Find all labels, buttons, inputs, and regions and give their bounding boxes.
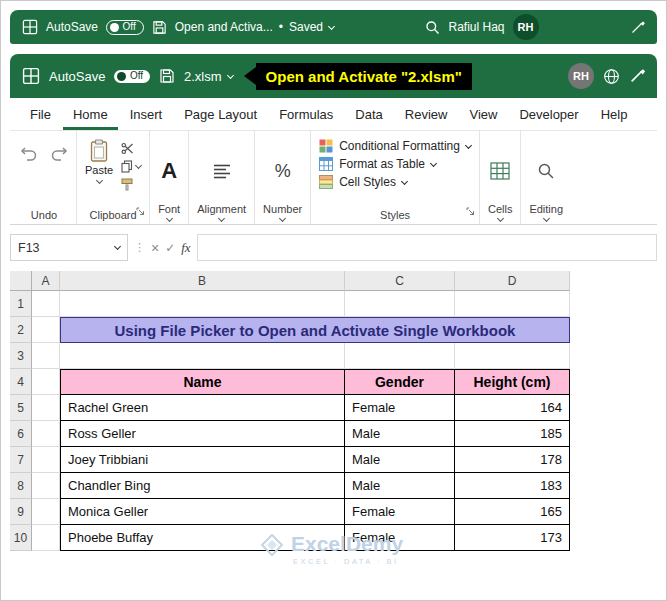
clipboard-dialog-launcher-icon[interactable] xyxy=(136,202,145,220)
menu-tab-help[interactable]: Help xyxy=(591,98,638,130)
menu-tab-developer[interactable]: Developer xyxy=(509,98,588,130)
autosave-toggle[interactable]: Off xyxy=(114,70,150,83)
cell[interactable] xyxy=(60,291,345,317)
row-header[interactable]: 1 xyxy=(10,291,32,317)
table-cell[interactable]: 185 xyxy=(455,421,570,447)
menu-tab-insert[interactable]: Insert xyxy=(120,98,173,130)
table-cell[interactable]: Ross Geller xyxy=(60,421,345,447)
font-group[interactable]: A Font xyxy=(150,131,189,224)
insert-function-button[interactable]: fx xyxy=(181,240,190,256)
table-header-name[interactable]: Name xyxy=(60,369,345,395)
drag-handle-icon[interactable]: ⋮ xyxy=(134,241,145,254)
cell[interactable] xyxy=(32,395,60,421)
document-title-chip[interactable]: Open and Activa... • Saved xyxy=(175,20,334,34)
cell[interactable] xyxy=(32,317,60,343)
row-header[interactable]: 5 xyxy=(10,395,32,421)
table-cell[interactable]: 178 xyxy=(455,447,570,473)
table-cell[interactable]: Male xyxy=(345,447,455,473)
menu-tab-file[interactable]: File xyxy=(20,98,61,130)
conditional-formatting-button[interactable]: Conditional Formatting xyxy=(319,139,471,153)
cell[interactable] xyxy=(32,447,60,473)
globe-icon[interactable] xyxy=(603,68,620,85)
cell[interactable] xyxy=(32,369,60,395)
table-cell[interactable]: Phoebe Buffay xyxy=(60,525,345,551)
table-cell[interactable]: Female xyxy=(345,499,455,525)
row-header[interactable]: 2 xyxy=(10,317,32,343)
row-header[interactable]: 6 xyxy=(10,421,32,447)
row-header[interactable]: 9 xyxy=(10,499,32,525)
number-group[interactable]: % Number xyxy=(255,131,311,224)
menu-tab-review[interactable]: Review xyxy=(395,98,458,130)
brush-icon[interactable] xyxy=(629,68,645,84)
pen-icon[interactable] xyxy=(630,20,645,35)
table-cell[interactable]: Female xyxy=(345,395,455,421)
table-cell[interactable]: Joey Tribbiani xyxy=(60,447,345,473)
table-cell[interactable]: 183 xyxy=(455,473,570,499)
save-icon[interactable] xyxy=(159,68,175,84)
cell[interactable] xyxy=(345,291,455,317)
table-cell[interactable]: 164 xyxy=(455,395,570,421)
autosave-toggle[interactable]: Off xyxy=(106,20,144,35)
row-header[interactable]: 4 xyxy=(10,369,32,395)
menu-tab-page-layout[interactable]: Page Layout xyxy=(174,98,267,130)
row-header[interactable]: 7 xyxy=(10,447,32,473)
copy-button[interactable] xyxy=(121,160,141,173)
editing-group[interactable]: Editing xyxy=(521,131,571,224)
column-header-a[interactable]: A xyxy=(32,271,60,291)
table-cell[interactable]: Rachel Green xyxy=(60,395,345,421)
column-header-b[interactable]: B xyxy=(60,271,345,291)
paste-button[interactable]: Paste xyxy=(85,139,113,183)
cells-group[interactable]: Cells xyxy=(480,131,521,224)
cancel-icon[interactable]: × xyxy=(151,240,159,256)
avatar[interactable]: RH xyxy=(568,63,594,89)
select-all-corner[interactable] xyxy=(10,271,32,291)
cell[interactable] xyxy=(60,343,345,369)
table-cell[interactable]: 173 xyxy=(455,525,570,551)
cell[interactable] xyxy=(455,291,570,317)
cell-styles-button[interactable]: Cell Styles xyxy=(319,175,407,189)
menu-tab-home[interactable]: Home xyxy=(63,98,118,130)
workbook-name-chip[interactable]: 2.xlsm xyxy=(184,69,233,84)
redo-button[interactable] xyxy=(50,147,68,161)
cell[interactable] xyxy=(32,499,60,525)
styles-dialog-launcher-icon[interactable] xyxy=(466,202,475,220)
cell[interactable] xyxy=(32,421,60,447)
confirm-icon[interactable]: ✓ xyxy=(165,241,175,255)
name-box[interactable]: F13 xyxy=(10,234,128,261)
row-header[interactable]: 8 xyxy=(10,473,32,499)
sheet-title-cell[interactable]: Using File Picker to Open and Activate S… xyxy=(60,317,570,343)
table-cell[interactable]: Chandler Bing xyxy=(60,473,345,499)
row-header[interactable]: 3 xyxy=(10,343,32,369)
alignment-group[interactable]: Alignment xyxy=(189,131,255,224)
save-icon[interactable] xyxy=(152,20,167,35)
format-painter-button[interactable] xyxy=(121,178,141,191)
cell[interactable] xyxy=(345,343,455,369)
table-header-gender[interactable]: Gender xyxy=(345,369,455,395)
cell[interactable] xyxy=(32,473,60,499)
column-header-d[interactable]: D xyxy=(455,271,570,291)
cell[interactable] xyxy=(32,525,60,551)
callout-text: Open and Activate "2.xlsm" xyxy=(256,63,472,90)
table-cell[interactable]: Male xyxy=(345,421,455,447)
cell[interactable] xyxy=(32,343,60,369)
undo-button[interactable] xyxy=(20,147,38,161)
menu-tab-formulas[interactable]: Formulas xyxy=(269,98,343,130)
percent-icon: % xyxy=(275,161,291,182)
row-header[interactable]: 10 xyxy=(10,525,32,551)
format-as-table-button[interactable]: Format as Table xyxy=(319,157,436,171)
formula-input[interactable] xyxy=(197,234,657,261)
table-cell[interactable]: Male xyxy=(345,473,455,499)
cut-button[interactable] xyxy=(121,142,141,155)
cell[interactable] xyxy=(32,291,60,317)
avatar[interactable]: RH xyxy=(513,14,539,40)
cell[interactable] xyxy=(455,343,570,369)
autosave-state: Off xyxy=(123,22,136,32)
search-icon[interactable] xyxy=(425,20,440,35)
column-header-c[interactable]: C xyxy=(345,271,455,291)
table-cell[interactable]: Female xyxy=(345,525,455,551)
menu-tab-view[interactable]: View xyxy=(459,98,507,130)
table-cell[interactable]: 165 xyxy=(455,499,570,525)
table-header-height[interactable]: Height (cm) xyxy=(455,369,570,395)
table-cell[interactable]: Monica Geller xyxy=(60,499,345,525)
menu-tab-data[interactable]: Data xyxy=(345,98,392,130)
